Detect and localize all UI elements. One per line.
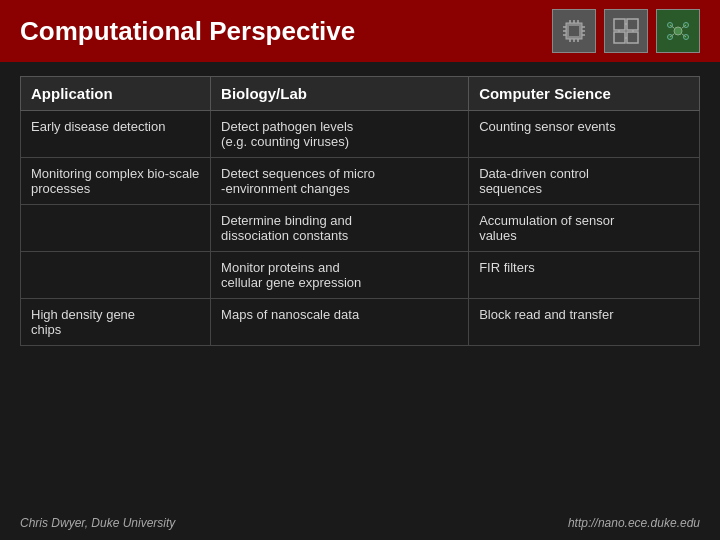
cell-cs-0: Counting sensor events xyxy=(469,111,700,158)
footer-author: Chris Dwyer, Duke University xyxy=(20,516,175,530)
cell-application-1: Monitoring complex bio-scale processes xyxy=(21,158,211,205)
cell-cs-1: Data-driven control sequences xyxy=(469,158,700,205)
main-table: Application Biology/Lab Computer Science… xyxy=(20,76,700,346)
table-container: Application Biology/Lab Computer Science… xyxy=(0,66,720,356)
chip-icon xyxy=(552,9,596,53)
col-header-cs: Computer Science xyxy=(469,77,700,111)
header-icons xyxy=(552,9,700,53)
svg-point-22 xyxy=(674,27,682,35)
cell-biology-0: Detect pathogen levels (e.g. counting vi… xyxy=(211,111,469,158)
svg-rect-17 xyxy=(627,32,638,43)
cell-cs-3: FIR filters xyxy=(469,252,700,299)
cell-biology-2: Determine binding and dissociation const… xyxy=(211,205,469,252)
table-row: Monitoring complex bio-scale processesDe… xyxy=(21,158,700,205)
header: Computational Perspective xyxy=(0,0,720,62)
cell-biology-4: Maps of nanoscale data xyxy=(211,299,469,346)
table-header-row: Application Biology/Lab Computer Science xyxy=(21,77,700,111)
cell-biology-1: Detect sequences of micro -environment c… xyxy=(211,158,469,205)
slide-title: Computational Perspective xyxy=(20,16,355,47)
svg-rect-16 xyxy=(614,32,625,43)
footer-url: http://nano.ece.duke.edu xyxy=(568,516,700,530)
cell-application-2 xyxy=(21,205,211,252)
table-row: High density gene chipsMaps of nanoscale… xyxy=(21,299,700,346)
footer: Chris Dwyer, Duke University http://nano… xyxy=(20,516,700,530)
col-header-application: Application xyxy=(21,77,211,111)
table-row: Early disease detectionDetect pathogen l… xyxy=(21,111,700,158)
svg-rect-14 xyxy=(614,19,625,30)
molecule-icon xyxy=(656,9,700,53)
cell-application-4: High density gene chips xyxy=(21,299,211,346)
cell-application-3 xyxy=(21,252,211,299)
table-row: Determine binding and dissociation const… xyxy=(21,205,700,252)
svg-rect-15 xyxy=(627,19,638,30)
table-row: Monitor proteins and cellular gene expre… xyxy=(21,252,700,299)
cell-cs-4: Block read and transfer xyxy=(469,299,700,346)
cell-cs-2: Accumulation of sensor values xyxy=(469,205,700,252)
svg-rect-1 xyxy=(569,26,579,36)
slide: Computational Perspective xyxy=(0,0,720,540)
circuit-icon xyxy=(604,9,648,53)
cell-application-0: Early disease detection xyxy=(21,111,211,158)
col-header-biology: Biology/Lab xyxy=(211,77,469,111)
cell-biology-3: Monitor proteins and cellular gene expre… xyxy=(211,252,469,299)
